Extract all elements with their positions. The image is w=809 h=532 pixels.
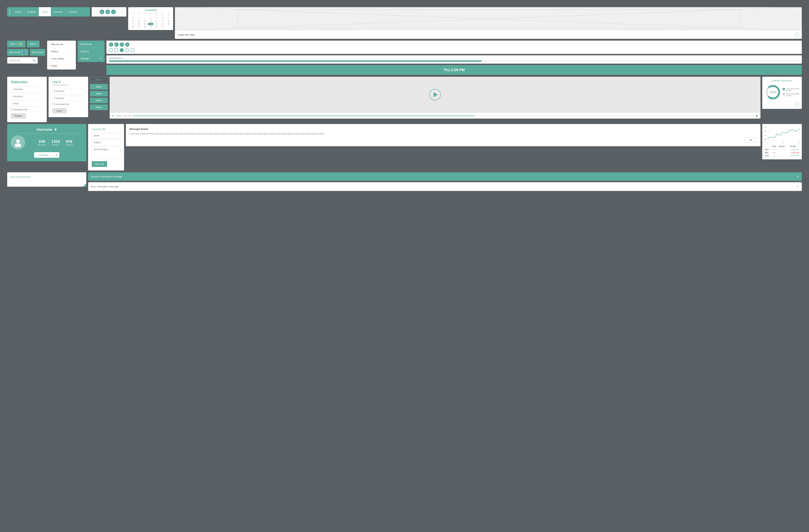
sign-in-btn-1[interactable]: Sign In 🔒 xyxy=(7,41,25,48)
page-next-btn[interactable]: > xyxy=(120,10,124,14)
cal-day[interactable]: 2 xyxy=(154,14,159,17)
slider-next-btn[interactable]: > xyxy=(795,32,799,37)
login-remember-checkbox[interactable] xyxy=(52,103,54,105)
radio-5[interactable] xyxy=(131,48,135,52)
cal-day[interactable]: 14 xyxy=(142,20,148,22)
reg-remember-checkbox[interactable] xyxy=(11,108,13,111)
cal-day[interactable]: 10 xyxy=(160,17,166,20)
login-username-input[interactable] xyxy=(52,88,85,94)
reg-username-input[interactable] xyxy=(11,86,43,92)
search-bar[interactable]: Search bar 🔍 xyxy=(7,57,38,64)
dropdown-item-media[interactable]: In the media xyxy=(47,55,76,63)
nav-item-about[interactable]: About xyxy=(39,7,51,17)
page-3-btn[interactable]: 3 xyxy=(111,10,116,14)
cal-day[interactable] xyxy=(130,14,136,17)
register-btn[interactable]: Register xyxy=(11,113,26,119)
botton-outline-btn[interactable]: Botton xyxy=(90,77,108,83)
step-dot-1[interactable]: 1 xyxy=(109,42,113,47)
radio-4[interactable] xyxy=(125,48,129,52)
cal-day[interactable]: 16 xyxy=(154,20,159,22)
stat-nav-btn[interactable]: > xyxy=(795,102,799,106)
sent-mail-btn[interactable]: Sent mail xyxy=(92,161,107,167)
error-close-icon[interactable]: ✕ xyxy=(796,185,799,188)
nav-item-home[interactable]: Home xyxy=(12,7,24,17)
cal-day[interactable]: 20 xyxy=(136,23,142,25)
radio-1[interactable] xyxy=(109,48,113,52)
comments-placeholder[interactable]: Add comments here ... xyxy=(10,176,34,178)
step-dot-3[interactable]: 3 xyxy=(120,42,124,47)
nav-item-services[interactable]: Services xyxy=(51,7,66,17)
page-prev-btn[interactable]: < xyxy=(94,10,99,14)
contact-subject-input[interactable] xyxy=(92,140,120,145)
botton-filled-btn-3[interactable]: Botton xyxy=(90,97,108,103)
logout-item[interactable]: Log Out → xyxy=(78,48,105,55)
cal-day[interactable]: 1 xyxy=(148,14,154,17)
reg-email-input[interactable] xyxy=(11,101,43,107)
play-btn-small[interactable]: ► xyxy=(112,114,114,117)
page-2-btn[interactable]: 2 xyxy=(105,10,110,14)
cal-day[interactable]: 5 xyxy=(130,17,136,20)
cal-day[interactable]: 6 xyxy=(136,17,142,20)
radio-2[interactable] xyxy=(114,48,118,52)
cal-day[interactable]: 8 xyxy=(148,17,154,20)
nav-item-portfolio[interactable]: Portfolio xyxy=(24,7,39,17)
cal-day[interactable]: 12 xyxy=(130,20,136,22)
botton-filled-btn-4[interactable]: Botton xyxy=(90,104,108,110)
cal-day[interactable]: 17 xyxy=(160,20,166,22)
following-label: Following xyxy=(65,144,73,146)
cal-day[interactable]: 31 xyxy=(160,25,166,28)
contact-message-textarea[interactable] xyxy=(92,146,120,159)
dropdown-item-who[interactable]: Who we are xyxy=(47,41,76,48)
cal-day[interactable]: 26 xyxy=(130,25,136,28)
cal-day[interactable]: 24 xyxy=(160,23,166,25)
error-alert: Error information message ✕ xyxy=(88,182,802,191)
success-close-icon[interactable]: ✕ xyxy=(797,175,799,178)
page-1-btn[interactable]: 1 xyxy=(100,10,104,14)
volume-icon[interactable]: 🔊 xyxy=(756,114,758,117)
video-progress-track[interactable] xyxy=(133,116,754,116)
cal-day[interactable]: 25 xyxy=(166,23,171,25)
cal-day[interactable] xyxy=(142,14,148,17)
cal-day[interactable] xyxy=(166,25,171,28)
dropdown-item-faqs[interactable]: FAQS xyxy=(47,63,76,69)
play-circle-btn[interactable] xyxy=(429,89,441,101)
image-slider-panel: Image with slider > xyxy=(175,7,802,39)
cal-day[interactable]: 27 xyxy=(136,25,142,28)
cal-day[interactable]: 23 xyxy=(154,23,159,25)
step-dot-2[interactable]: 2 xyxy=(114,42,119,47)
contact-email-input[interactable] xyxy=(92,133,120,139)
following-btn[interactable]: Following xyxy=(34,152,53,158)
dropdown-item-history[interactable]: History xyxy=(47,48,76,55)
radio-3-filled[interactable] xyxy=(120,48,124,52)
follow-dropdown-btn[interactable]: ▼ xyxy=(53,152,59,158)
nav-item-contact[interactable]: Contact xyxy=(66,7,80,17)
registration-title: Registration xyxy=(11,80,43,84)
step-dot-4[interactable]: 4 xyxy=(125,42,130,47)
cal-day[interactable]: 19 xyxy=(130,23,136,25)
login-password-input[interactable] xyxy=(52,95,85,101)
cal-day[interactable]: 11 xyxy=(166,17,171,20)
dashboard-item[interactable]: Dashboard ↗ xyxy=(78,41,105,48)
my-account-btn-2[interactable]: My account xyxy=(30,49,45,56)
cal-day[interactable]: 21 xyxy=(142,23,148,25)
ok-btn[interactable]: OK xyxy=(745,138,757,143)
cal-day[interactable]: 29 xyxy=(148,25,154,28)
botton-filled-btn-2[interactable]: Botton xyxy=(90,91,108,96)
cal-day[interactable]: 7 xyxy=(142,17,148,20)
cal-day[interactable]: 4 xyxy=(166,14,171,17)
cal-day[interactable]: 9 xyxy=(154,17,159,20)
settings-item[interactable]: Settings ⚙ xyxy=(78,55,105,62)
sign-in-btn-2[interactable]: Sign In xyxy=(27,41,39,48)
cal-day[interactable]: 18 xyxy=(166,20,171,22)
cal-day[interactable] xyxy=(136,14,142,17)
my-account-btn-1[interactable]: My account 👤 xyxy=(7,49,29,56)
cal-day[interactable]: 28 xyxy=(142,25,148,28)
cal-day[interactable]: 3 xyxy=(160,14,166,17)
cal-day[interactable]: 13 xyxy=(136,20,142,22)
cal-day[interactable]: 15 xyxy=(148,20,154,22)
cal-day[interactable]: 30 xyxy=(154,25,159,28)
login-btn[interactable]: Log In xyxy=(52,108,67,113)
reg-password-input[interactable] xyxy=(11,94,43,99)
cal-day-today[interactable]: 22 xyxy=(148,23,154,25)
botton-filled-btn-1[interactable]: Botton xyxy=(90,84,108,90)
